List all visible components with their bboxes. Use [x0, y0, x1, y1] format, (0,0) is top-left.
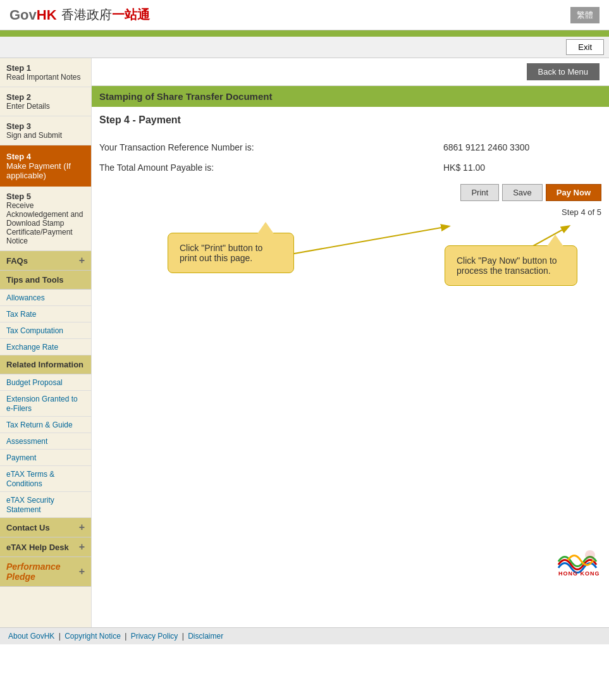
svg-text:HONG KONG: HONG KONG	[558, 570, 600, 577]
sidebar-link-exchangerate[interactable]: Exchange Rate	[0, 339, 91, 355]
footer-privacy[interactable]: Privacy Policy	[131, 632, 178, 641]
page-header: GovHK 香港政府一站通 繁體	[0, 0, 609, 30]
faqs-label: FAQs	[6, 256, 28, 266]
sidebar-link-assessment[interactable]: Assessment	[0, 433, 91, 450]
logo-gov: Gov	[9, 7, 37, 23]
content-spacer	[92, 347, 609, 536]
sidebar-link-payment[interactable]: Payment	[0, 450, 91, 466]
step4-name: Make Payment (If applicable)	[6, 161, 85, 180]
step3-name: Sign and Submit	[6, 131, 85, 140]
step5-name: Receive Acknowledgement and Download Sta…	[6, 201, 85, 245]
step5-label: Step 5	[6, 192, 85, 201]
page-title: Step 4 - Payment	[92, 114, 609, 126]
amount-label: The Total Amount Payable is:	[99, 163, 443, 173]
back-to-menu-button[interactable]: Back to Menu	[527, 63, 600, 80]
sidebar-step3: Step 3 Sign and Submit	[0, 116, 91, 145]
footer-disclaimer[interactable]: Disclaimer	[188, 632, 223, 641]
sidebar-link-taxrate[interactable]: Tax Rate	[0, 306, 91, 322]
sidebar-link-taxcomputation[interactable]: Tax Computation	[0, 322, 91, 339]
amount-row: The Total Amount Payable is: HK$ 11.00	[92, 157, 609, 178]
main-layout: Step 1 Read Important Notes Step 2 Enter…	[0, 58, 609, 627]
section-header: Stamping of Share Transfer Document	[92, 86, 609, 107]
contact-section[interactable]: Contact Us +	[0, 518, 91, 537]
hk-logo: HONG KONG	[555, 543, 600, 579]
ref-value: 6861 9121 2460 3300	[443, 142, 601, 152]
print-button[interactable]: Print	[460, 184, 499, 201]
top-bar: Back to Menu	[92, 58, 609, 86]
logo-hk: HK	[37, 7, 57, 23]
svg-line-0	[287, 226, 448, 255]
tooltip-area: Click "Print" button to print out this p…	[92, 220, 609, 347]
tooltip-print: Click "Print" button to print out this p…	[168, 233, 294, 273]
step3-label: Step 3	[6, 121, 85, 131]
svg-point-2	[585, 550, 595, 560]
logo-chinese: 香港政府一站通	[58, 6, 151, 23]
step-indicator: Step 4 of 5	[562, 207, 601, 217]
performance-label: Performance Pledge	[6, 562, 79, 582]
footer-about[interactable]: About GovHK	[8, 632, 54, 641]
footer-links: About GovHK | Copyright Notice | Privacy…	[0, 627, 609, 644]
sidebar-link-etax-terms[interactable]: eTAX Terms & Conditions	[0, 466, 91, 492]
helpdesk-section[interactable]: eTAX Help Desk +	[0, 537, 91, 557]
sidebar-link-etax-security[interactable]: eTAX Security Statement	[0, 492, 91, 518]
helpdesk-label: eTAX Help Desk	[6, 543, 69, 552]
step4-label: Step 4	[6, 152, 85, 161]
faqs-expand-icon: +	[79, 255, 85, 266]
sidebar-step2: Step 2 Enter Details	[0, 87, 91, 116]
footer-copyright[interactable]: Copyright Notice	[65, 632, 121, 641]
tooltip-paynow: Click "Pay Now" button to process the tr…	[445, 245, 577, 286]
tips-section: Tips and Tools	[0, 271, 91, 290]
step1-name: Read Important Notes	[6, 73, 85, 82]
sidebar-link-budget[interactable]: Budget Proposal	[0, 374, 91, 391]
green-bar	[0, 30, 609, 37]
sidebar-step5: Step 5 Receive Acknowledgement and Downl…	[0, 187, 91, 251]
amount-value: HK$ 11.00	[443, 163, 601, 173]
logo: GovHK 香港政府一站通	[9, 6, 150, 23]
sidebar-link-taxreturn[interactable]: Tax Return & Guide	[0, 417, 91, 433]
action-bar: Print Save Pay Now	[92, 178, 609, 207]
performance-section[interactable]: Performance Pledge +	[0, 557, 91, 587]
sidebar-step1: Step 1 Read Important Notes	[0, 58, 91, 87]
paynow-button[interactable]: Pay Now	[546, 184, 601, 201]
helpdesk-expand-icon: +	[79, 541, 85, 553]
step1-label: Step 1	[6, 63, 85, 73]
exit-bar: Exit	[0, 37, 609, 58]
contact-expand-icon: +	[79, 522, 85, 533]
performance-expand-icon: +	[79, 566, 85, 577]
related-section: Related Information	[0, 355, 91, 374]
hk-logo-svg: HONG KONG	[555, 543, 600, 577]
footer-logo-area: HONG KONG	[92, 536, 609, 586]
sidebar-step4-active: Step 4 Make Payment (If applicable)	[0, 145, 91, 187]
exit-button[interactable]: Exit	[566, 39, 604, 55]
lang-button[interactable]: 繁體	[570, 7, 600, 23]
step2-label: Step 2	[6, 92, 85, 102]
sidebar: Step 1 Read Important Notes Step 2 Enter…	[0, 58, 92, 627]
save-button[interactable]: Save	[502, 184, 543, 201]
ref-label: Your Transaction Reference Number is:	[99, 142, 443, 152]
sidebar-link-allowances[interactable]: Allowances	[0, 290, 91, 306]
faqs-section[interactable]: FAQs +	[0, 251, 91, 271]
step2-name: Enter Details	[6, 102, 85, 111]
sidebar-link-extension[interactable]: Extension Granted to e-Filers	[0, 391, 91, 417]
contact-label: Contact Us	[6, 523, 50, 532]
content-area: Back to Menu Stamping of Share Transfer …	[92, 58, 609, 627]
transaction-ref-row: Your Transaction Reference Number is: 68…	[92, 137, 609, 157]
